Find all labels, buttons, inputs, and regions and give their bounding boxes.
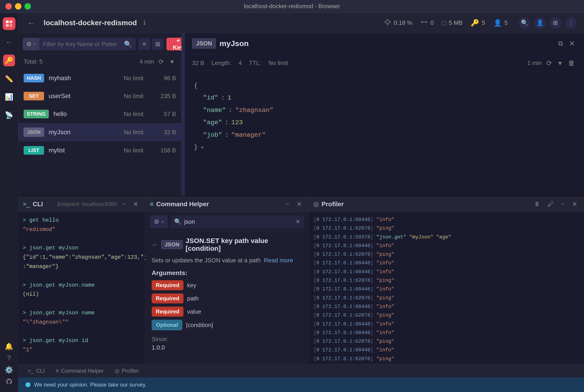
total-bar: Total: 5 4 min ⟳ ▾ xyxy=(18,54,181,69)
sidebar-item-analytics[interactable]: 📊 xyxy=(3,91,15,103)
info-icon[interactable]: ℹ xyxy=(143,19,146,26)
sidebar-item-pubsub[interactable]: 📡 xyxy=(3,109,15,121)
cmd-filter-button[interactable]: ⚙ ▾ xyxy=(150,215,168,228)
cli-title: CLI xyxy=(33,200,55,208)
sidebar-item-settings[interactable]: ⚙️ xyxy=(3,364,15,376)
json-id-field[interactable]: "id" : 1 🗑 xyxy=(194,92,575,104)
minimize-button[interactable] xyxy=(15,3,21,10)
cli-line: "\"zhagnsan\"" xyxy=(23,318,140,327)
memory-value: 5 MB xyxy=(449,19,463,26)
cli-line: > json.get myJson.name xyxy=(23,281,140,290)
arg-name: key xyxy=(187,282,196,289)
cmd-back-button[interactable]: ← xyxy=(152,241,158,248)
sidebar-item-github[interactable] xyxy=(3,376,15,388)
detail-actions: ⧉ ✕ xyxy=(556,38,577,49)
svg-point-6 xyxy=(426,21,427,22)
close-button[interactable] xyxy=(5,3,12,10)
detail-meta: 32 B Length: 4 TTL: No limit 1 min ⟳ ▾ 🗑 xyxy=(185,54,584,72)
cmd-helper-close-button[interactable]: ✕ xyxy=(294,200,304,209)
sidebar-item-back[interactable]: ← xyxy=(3,36,15,48)
key-type-badge: SET xyxy=(23,92,44,100)
key-row[interactable]: SET userSet No limit 235 B xyxy=(18,87,181,105)
since-section: Since: 1.0.0 xyxy=(152,336,302,351)
cmd-helper-minimize-button[interactable]: − xyxy=(283,200,292,209)
cmd-search-wrap: 🔍 ✕ xyxy=(170,215,304,228)
close-detail-button[interactable]: ✕ xyxy=(568,38,577,49)
sidebar-item-edit[interactable]: ✏️ xyxy=(3,73,15,84)
key-row[interactable]: STRING hello No limit 57 B xyxy=(18,105,181,123)
profiler-line: [0 172.17.0.1:60446] "info" xyxy=(313,346,580,354)
detail-size: 32 B xyxy=(192,60,204,66)
back-button[interactable]: ← xyxy=(25,16,37,30)
add-key-button[interactable]: + Key xyxy=(166,38,182,50)
profiler-line: [0 172.17.0.1:60446] "info" xyxy=(313,320,580,328)
more-action-button[interactable]: ⋮ xyxy=(565,17,577,29)
key-row[interactable]: HASH myhash No limit 96 B xyxy=(18,69,181,87)
grid-action-button[interactable]: ⊞ xyxy=(550,17,561,29)
stat-keys: 🔑 5 xyxy=(471,19,485,27)
key-ttl: No limit xyxy=(124,93,151,100)
memory-icon: □ xyxy=(442,19,446,27)
detail-refresh-dropdown[interactable]: ▾ xyxy=(557,57,564,69)
brand-icon[interactable] xyxy=(3,17,15,30)
key-size: 32 B xyxy=(155,129,176,136)
filter-options-button[interactable]: ⚙ ▾ xyxy=(23,38,39,50)
cli-close-button[interactable]: ✕ xyxy=(131,200,140,209)
profiler-line: [0 172.17.0.1:62076] "ping" xyxy=(313,224,580,232)
tab-cli[interactable]: >_ CLI xyxy=(23,366,50,376)
profiler-line: [0 172.17.0.1:62076] "ping" xyxy=(313,294,580,302)
json-age-field[interactable]: "age" : 123 🗑 xyxy=(194,116,575,129)
filter-search-button[interactable]: 🔍 xyxy=(120,40,135,48)
refresh-button[interactable]: ⟳ xyxy=(156,57,166,66)
profiler-clear-button[interactable]: 🖊 xyxy=(545,200,556,209)
tab-command-helper[interactable]: ≡ Command Helper xyxy=(51,366,109,376)
json-name-field[interactable]: "name" : "zhagnsan" 🗑 xyxy=(194,104,575,116)
cmd-clear-button[interactable]: ✕ xyxy=(295,218,300,225)
profiler-minimize-button[interactable]: − xyxy=(559,200,567,209)
filter-input[interactable] xyxy=(39,41,120,48)
sidebar-item-browser[interactable]: 🔑 xyxy=(3,54,15,66)
cmd-search-input[interactable] xyxy=(184,218,293,225)
cli-tab-label: CLI xyxy=(36,368,44,374)
cmd-helper-icon: ≡ xyxy=(150,200,153,208)
search-action-button[interactable]: 🔍 xyxy=(519,17,531,29)
profiler-line: [0 172.17.0.1:60446] "info" xyxy=(313,242,580,250)
server-stats: 0.18 % 0 □ 5 MB 🔑 xyxy=(384,18,508,27)
cmd-arg-row: Required key xyxy=(152,280,302,290)
svg-rect-3 xyxy=(9,24,12,27)
json-job-field[interactable]: "job" : "manager" 🗑 xyxy=(194,129,575,141)
key-name: myhash xyxy=(48,74,119,82)
maximize-button[interactable] xyxy=(24,3,31,10)
profiler-pause-button[interactable]: ⏸ xyxy=(532,200,543,209)
cmd-helper-title: Command Helper xyxy=(156,200,280,208)
sidebar-item-help[interactable]: ? xyxy=(3,352,15,364)
copy-detail-button[interactable]: ⧉ xyxy=(556,38,565,49)
detail-delete-button[interactable]: 🗑 xyxy=(566,58,577,69)
cmd-type-badge: JSON xyxy=(161,240,183,249)
cli-line xyxy=(23,299,140,308)
cli-line: > get hello xyxy=(23,216,140,225)
detail-panel: JSON myJson ⧉ ✕ 32 B Length: 4 TTL: No l… xyxy=(185,33,584,196)
refresh-dropdown[interactable]: ▾ xyxy=(168,57,176,66)
json-add-field-button[interactable]: + xyxy=(200,144,204,151)
cli-line xyxy=(23,355,140,364)
cli-minimize-button[interactable]: − xyxy=(120,200,128,209)
detail-refresh-button[interactable]: ⟳ xyxy=(545,57,554,69)
key-row[interactable]: JSON myJson No limit 32 B xyxy=(18,123,181,142)
json-editor: { "id" : 1 🗑 "name" : "zhagnsan" 🗑 xyxy=(185,72,584,196)
key-name: hello xyxy=(53,110,119,118)
tab-profiler[interactable]: ◎ Profiler xyxy=(110,366,144,376)
user-action-button[interactable]: 👤 xyxy=(534,17,546,29)
resize-handle[interactable]: ··· xyxy=(182,33,185,196)
view-buttons: ≡ ⊞ xyxy=(138,38,164,50)
profiler-close-button[interactable]: ✕ xyxy=(570,200,580,209)
key-row[interactable]: LIST mylist No limit 158 B xyxy=(18,142,181,160)
read-more-button[interactable]: Read more xyxy=(264,257,293,264)
key-type-badge: JSON xyxy=(23,128,44,137)
sidebar-item-notifications[interactable]: 🔔 xyxy=(3,340,15,352)
cli-endpoint: Endpoint: localhost:6380 xyxy=(57,201,117,207)
stat-cpu: 0.18 % xyxy=(384,18,412,27)
list-view-button[interactable]: ≡ xyxy=(138,38,150,50)
tree-view-button[interactable]: ⊞ xyxy=(152,38,164,50)
window-title: localhost-docker-redismod - Browser xyxy=(244,3,340,10)
